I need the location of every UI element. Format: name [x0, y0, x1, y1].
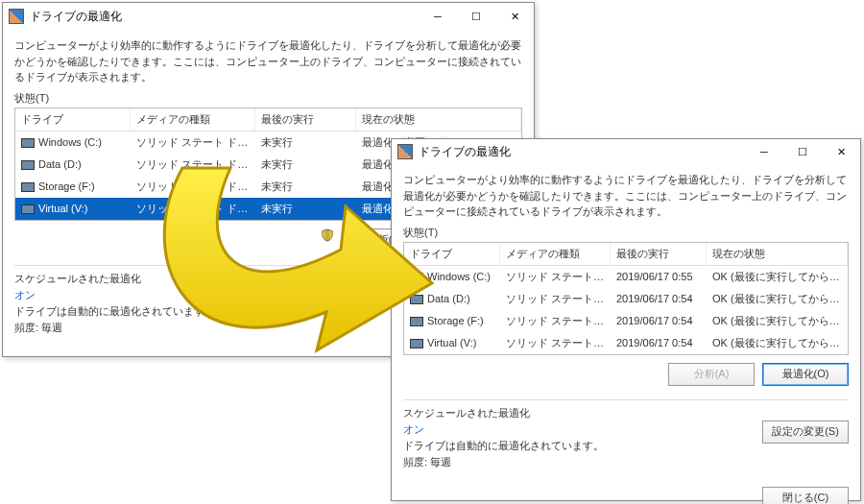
table-row[interactable]: Data (D:)ソリッド ステート ドライブ2019/06/17 0:54OK…: [404, 288, 848, 310]
window-optimize-after: ドライブの最適化 ─ ☐ ✕ コンピューターがより効率的に動作するようにドライブ…: [391, 138, 861, 501]
header-last[interactable]: 最後の実行: [255, 108, 356, 131]
cell-state: OK (最後に実行してから 0 日): [707, 268, 848, 286]
schedule-message: ドライブは自動的に最適化されています。: [14, 304, 402, 319]
maximize-button[interactable]: ☐: [783, 139, 822, 164]
status-label: 状態(T): [403, 226, 849, 240]
minimize-button[interactable]: ─: [419, 4, 457, 29]
table-row[interactable]: Storage (F:)ソリッド ステート ドライブ2019/06/17 0:5…: [404, 310, 848, 332]
cell-last: 未実行: [255, 133, 356, 152]
cell-drive: Windows (C:): [404, 269, 500, 284]
header-media[interactable]: メディアの種類: [131, 108, 255, 131]
cell-media: ソリッド ステート ドライブ: [131, 133, 255, 152]
description-text: コンピューターがより効率的に動作するようにドライブを最適化したり、ドライブを分析…: [14, 37, 522, 85]
drive-table: ドライブ メディアの種類 最後の実行 現在の状態 Windows (C:)ソリッ…: [403, 242, 849, 355]
drive-optimize-icon: [9, 9, 24, 24]
cell-state: OK (最後に実行してから 0 日): [707, 290, 848, 308]
cell-last: 2019/06/17 0:54: [611, 313, 707, 328]
cell-last: 未実行: [255, 156, 356, 174]
cell-last: 2019/06/17 0:54: [611, 335, 707, 350]
description-text: コンピューターがより効率的に動作するようにドライブを最適化したり、ドライブを分析…: [403, 172, 849, 220]
schedule-frequency: 頻度: 毎週: [403, 455, 745, 469]
header-drive[interactable]: ドライブ: [404, 243, 500, 265]
header-last[interactable]: 最後の実行: [611, 243, 707, 265]
header-state[interactable]: 現在の状態: [707, 243, 848, 265]
titlebar: ドライブの最適化 ─ ☐ ✕: [392, 139, 860, 164]
table-header: ドライブ メディアの種類 最後の実行 現在の状態: [15, 108, 521, 132]
drive-icon: [410, 339, 423, 348]
shield-icon: [321, 228, 334, 242]
cell-last: 2019/06/17 0:55: [611, 269, 707, 284]
header-state[interactable]: 現在の状態: [356, 108, 521, 131]
cell-drive: Storage (F:): [15, 179, 131, 194]
cell-media: ソリッド ステート ドライブ: [500, 268, 611, 286]
cell-media: ソリッド ステート ドライブ: [131, 200, 255, 218]
drive-icon: [410, 273, 423, 282]
table-header: ドライブ メディアの種類 最後の実行 現在の状態: [404, 243, 848, 266]
table-row[interactable]: Windows (C:)ソリッド ステート ドライブ2019/06/17 0:5…: [404, 266, 848, 288]
drive-icon: [410, 295, 423, 304]
schedule-status: オン: [403, 422, 745, 437]
close-dialog-button[interactable]: 閉じる(C): [762, 487, 849, 505]
cell-drive: Data (D:): [404, 291, 500, 306]
status-label: 状態(T): [14, 91, 522, 106]
cell-media: ソリッド ステート ドライブ: [131, 156, 255, 174]
schedule-message: ドライブは自動的に最適化されています。: [403, 439, 745, 453]
cell-drive: Virtual (V:): [15, 201, 131, 216]
change-settings-button[interactable]: 設定の変更(S): [762, 420, 849, 444]
cell-media: ソリッド ステート ドライブ: [131, 178, 255, 196]
cell-state: OK (最後に実行してから 0 日): [707, 334, 848, 352]
close-button[interactable]: ✕: [822, 139, 860, 164]
analyze-button[interactable]: 分析(A): [668, 363, 755, 386]
drive-icon: [21, 138, 35, 148]
drive-icon: [410, 317, 423, 326]
header-drive[interactable]: ドライブ: [15, 108, 131, 131]
cell-drive: Windows (C:): [15, 134, 131, 150]
cell-last: 未実行: [255, 200, 356, 218]
drive-optimize-icon: [397, 144, 413, 159]
schedule-section-title: スケジュールされた最適化: [403, 406, 849, 420]
drive-icon: [21, 182, 35, 192]
schedule-frequency: 頻度: 毎週: [14, 321, 402, 335]
window-title: ドライブの最適化: [419, 144, 511, 160]
cell-last: 未実行: [255, 178, 356, 196]
titlebar: ドライブの最適化 ─ ☐ ✕: [3, 3, 534, 30]
close-button[interactable]: ✕: [495, 4, 534, 29]
cell-drive: Virtual (V:): [404, 335, 500, 350]
cell-drive: Data (D:): [15, 156, 131, 172]
cell-media: ソリッド ステート ドライブ: [500, 290, 611, 308]
optimize-button[interactable]: 最適化(O): [762, 363, 849, 386]
table-row[interactable]: Virtual (V:)ソリッド ステート ドライブ2019/06/17 0:5…: [404, 332, 848, 354]
cell-last: 2019/06/17 0:54: [611, 291, 707, 306]
header-media[interactable]: メディアの種類: [500, 243, 611, 265]
drive-icon: [21, 160, 35, 170]
cell-drive: Storage (F:): [404, 313, 500, 328]
drive-icon: [21, 204, 35, 214]
window-title: ドライブの最適化: [30, 9, 122, 25]
cell-media: ソリッド ステート ドライブ: [500, 334, 611, 352]
schedule-status: オン: [14, 288, 402, 302]
minimize-button[interactable]: ─: [745, 139, 783, 164]
maximize-button[interactable]: ☐: [457, 4, 495, 29]
cell-media: ソリッド ステート ドライブ: [500, 312, 611, 330]
cell-state: OK (最後に実行してから 0 日): [707, 312, 848, 330]
